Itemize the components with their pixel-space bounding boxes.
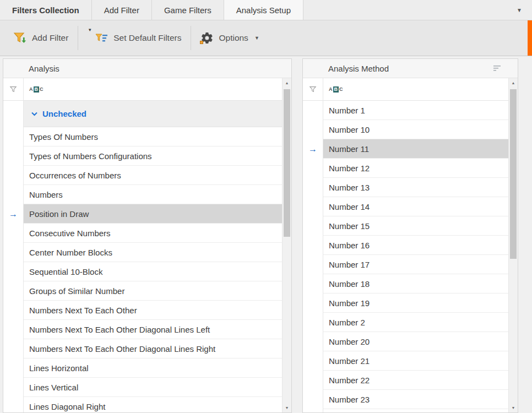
set-default-filters-label: Set Default Filters: [113, 33, 181, 43]
add-filter-funnel-icon: [13, 31, 27, 45]
auto-filter-row[interactable]: ABC: [303, 78, 508, 101]
funnel-icon: [9, 85, 17, 93]
scroll-thumb[interactable]: [284, 89, 290, 237]
analysis-scrollbar[interactable]: ▲ ▼: [282, 78, 291, 412]
list-item[interactable]: → Number 23: [303, 390, 508, 409]
list-item-label: Numbers Next To Each Other: [23, 301, 282, 320]
list-item[interactable]: → Consecutive Numbers: [3, 224, 282, 243]
group-collapse-chevron-icon[interactable]: [31, 112, 37, 116]
list-item-label: Occurrences of Numbers: [23, 166, 282, 185]
tab-filters-collection[interactable]: Filters Collection: [0, 0, 92, 20]
list-item-label: Position in Draw: [23, 204, 282, 224]
options-dropdown-caret-icon: ▼: [254, 35, 259, 41]
list-item[interactable]: → Number 21: [303, 351, 508, 371]
split-dropdown-caret-icon[interactable]: ▼: [88, 28, 92, 32]
toolbar: Add Filter ▼ Set Default Filters Options…: [0, 20, 532, 56]
list-item-label: Lines Vertical: [23, 378, 282, 397]
filter-input-cell[interactable]: ABC: [323, 78, 508, 100]
analysis-grid: ABC Unchecked: [3, 78, 282, 412]
group-row-unchecked[interactable]: Unchecked: [3, 101, 282, 127]
list-item-label: Number 1: [323, 101, 508, 120]
list-item[interactable]: → Numbers Next To Each Other Diagonal Li…: [3, 320, 282, 339]
list-item[interactable]: → Types Of Numbers: [3, 127, 282, 146]
list-item[interactable]: → Number 14: [303, 197, 508, 216]
list-item[interactable]: → Number 16: [303, 236, 508, 255]
list-item[interactable]: → Numbers: [3, 185, 282, 204]
list-item-label: Groups of Similar Number: [23, 281, 282, 301]
row-indicator: →: [303, 255, 323, 274]
row-indicator: →: [3, 204, 23, 224]
add-filter-label: Add Filter: [32, 33, 68, 43]
scroll-down-button[interactable]: ▼: [283, 403, 291, 412]
analysis-column-header[interactable]: Analysis: [3, 59, 291, 78]
row-indicator: →: [303, 139, 323, 159]
filter-row-indicator: [303, 78, 323, 100]
list-item[interactable]: → Number 12: [303, 159, 508, 178]
list-item-label: Numbers Next To Each Other Diagonal Line…: [23, 320, 282, 339]
list-item-label: Consecutive Numbers: [23, 224, 282, 243]
scroll-down-button[interactable]: ▼: [509, 403, 518, 412]
scroll-up-button[interactable]: ▲: [283, 78, 291, 88]
row-indicator: →: [3, 146, 23, 166]
list-item[interactable]: → Number 2: [303, 313, 508, 332]
row-indicator: →: [3, 301, 23, 320]
list-item[interactable]: → Number 22: [303, 371, 508, 390]
list-item-label: Center Number Blocks: [23, 243, 282, 262]
row-indicator: →: [3, 224, 23, 243]
tab-label: Add Filter: [104, 6, 139, 15]
tab-analysis-setup[interactable]: Analysis Setup: [224, 0, 303, 20]
list-item[interactable]: → Lines Vertical: [3, 378, 282, 397]
list-item[interactable]: → Center Number Blocks: [3, 243, 282, 262]
list-item[interactable]: → Number 18: [303, 274, 508, 294]
list-item[interactable]: → Occurrences of Numbers: [3, 166, 282, 185]
scroll-thumb[interactable]: [510, 89, 517, 259]
tab-overflow-button[interactable]: ▼: [507, 0, 532, 20]
list-item-label: Numbers Next To Each Other Diagonal Line…: [23, 339, 282, 358]
list-item[interactable]: → Numbers Next To Each Other: [3, 301, 282, 320]
list-item-label: Number 10: [323, 120, 508, 139]
list-item-label: Number 17: [323, 255, 508, 274]
text-filter-abc-icon: ABC: [329, 86, 343, 93]
sort-glyph-icon: [493, 65, 501, 72]
list-item[interactable]: → Types of Numbers Configurations: [3, 146, 282, 166]
row-indicator: →: [303, 313, 323, 332]
list-item[interactable]: → Number 19: [303, 294, 508, 313]
tab-game-filters[interactable]: Game Filters: [152, 0, 224, 20]
list-item[interactable]: → Number 13: [303, 178, 508, 197]
list-item[interactable]: → Number 10: [303, 120, 508, 139]
list-item-label: Number 22: [323, 371, 508, 390]
list-item-label: Types of Numbers Configurations: [23, 146, 282, 166]
list-item[interactable]: → Number 20: [303, 332, 508, 351]
scroll-up-button[interactable]: ▲: [509, 78, 518, 88]
list-item-label: Types Of Numbers: [23, 127, 282, 146]
list-item-label: Number 18: [323, 274, 508, 294]
tab-label: Analysis Setup: [236, 6, 291, 15]
list-item[interactable]: → Position in Draw: [3, 204, 282, 224]
tab-label: Filters Collection: [12, 6, 79, 15]
list-item[interactable]: → Numbers Next To Each Other Diagonal Li…: [3, 339, 282, 358]
list-item[interactable]: → Lines Diagonal Right: [3, 397, 282, 412]
list-item[interactable]: → Number 15: [303, 216, 508, 236]
add-filter-button[interactable]: Add Filter: [3, 20, 78, 56]
list-item-label: Sequential 10-Block: [23, 262, 282, 281]
list-item[interactable]: → Number 11: [303, 139, 508, 159]
analysis-method-list: → Number 1 → Number 10 →: [303, 101, 508, 412]
set-default-filters-icon: [95, 31, 108, 45]
funnel-icon: [309, 85, 317, 93]
list-item[interactable]: → Sequential 10-Block: [3, 262, 282, 281]
filter-input-cell[interactable]: ABC: [23, 78, 282, 100]
list-item[interactable]: → Groups of Similar Number: [3, 281, 282, 301]
list-item[interactable]: → Number 1: [303, 101, 508, 120]
options-gear-icon: [200, 31, 214, 45]
list-item[interactable]: → Lines Horizontal: [3, 358, 282, 378]
auto-filter-row[interactable]: ABC: [3, 78, 282, 101]
list-item-label: Number 20: [323, 332, 508, 351]
options-button[interactable]: Options ▼: [191, 20, 268, 56]
set-default-filters-button[interactable]: ▼ Set Default Filters: [78, 20, 191, 56]
row-indicator: →: [3, 243, 23, 262]
group-row-content[interactable]: Unchecked: [23, 101, 282, 127]
analysis-method-column-header[interactable]: Analysis Method: [303, 59, 518, 78]
analysis-method-scrollbar[interactable]: ▲ ▼: [508, 78, 518, 412]
list-item[interactable]: → Number 17: [303, 255, 508, 274]
tab-add-filter[interactable]: Add Filter: [92, 0, 152, 20]
